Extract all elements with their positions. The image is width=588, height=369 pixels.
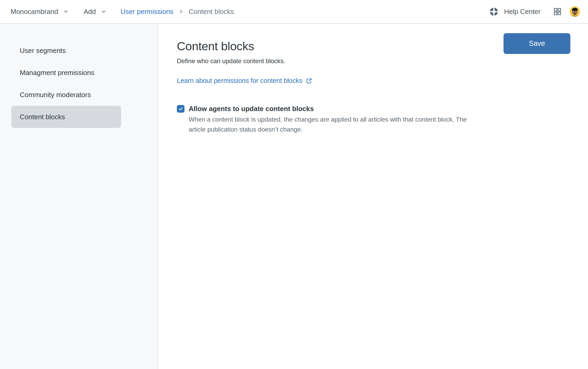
chevron-down-icon (63, 9, 68, 14)
sidebar: User segments Managment premissions Comm… (0, 24, 158, 369)
breadcrumb-user-permissions[interactable]: User permissions (121, 8, 173, 16)
chevron-right-icon (179, 9, 183, 14)
page-body: User segments Managment premissions Comm… (0, 24, 588, 369)
help-center-label: Help Center (504, 8, 541, 16)
brand-name: Monocambrand (11, 8, 58, 16)
permission-description: When a content block is updated, the cha… (189, 114, 476, 134)
breadcrumb: User permissions Content blocks (121, 8, 234, 16)
life-ring-icon (489, 7, 499, 16)
allow-agents-checkbox[interactable] (177, 105, 185, 113)
allow-agents-checkbox-label[interactable]: Allow agents to update content blocks (189, 104, 476, 113)
permission-field: Allow agents to update content blocks Wh… (177, 104, 570, 134)
main-content: Save Content blocks Define who can updat… (158, 24, 588, 369)
learn-link-label: Learn about permissions for content bloc… (177, 77, 302, 84)
grid-icon (553, 7, 562, 16)
page-subtitle: Define who can update content blocks. (177, 57, 570, 65)
save-button[interactable]: Save (504, 33, 570, 54)
add-menu[interactable]: Add (84, 8, 106, 16)
breadcrumb-current: Content blocks (189, 8, 234, 16)
app-window: Monocambrand Add User permissions Conten… (0, 0, 588, 369)
sidebar-item-user-segments[interactable]: User segments (11, 39, 121, 62)
permission-text: Allow agents to update content blocks Wh… (189, 104, 476, 134)
avatar[interactable] (570, 6, 580, 17)
brand-switcher[interactable]: Monocambrand (11, 8, 68, 16)
sidebar-item-management-permissions[interactable]: Managment premissions (11, 62, 121, 84)
user-avatar-icon (570, 6, 580, 17)
external-link-icon (306, 78, 312, 84)
sidebar-item-community-moderators[interactable]: Community moderators (11, 84, 121, 106)
products-grid-button[interactable] (553, 7, 562, 16)
chevron-down-icon (101, 9, 106, 14)
checkmark-icon (178, 106, 183, 111)
topbar: Monocambrand Add User permissions Conten… (0, 0, 588, 24)
help-center-button[interactable]: Help Center (489, 7, 541, 16)
add-menu-label: Add (84, 8, 96, 16)
learn-about-permissions-link[interactable]: Learn about permissions for content bloc… (177, 77, 312, 84)
sidebar-item-content-blocks[interactable]: Content blocks (11, 106, 121, 128)
